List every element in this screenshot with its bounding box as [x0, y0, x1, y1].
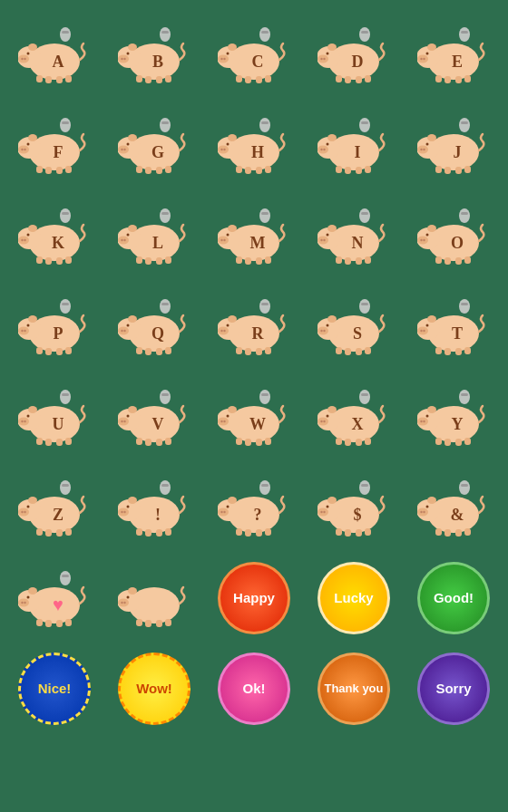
pig-letter-_[interactable]: &	[404, 462, 503, 553]
svg-point-6	[21, 57, 23, 59]
svg-rect-359	[36, 528, 43, 536]
svg-rect-180	[265, 256, 271, 264]
pig-letter-L[interactable]: L	[104, 190, 204, 281]
badge-wow[interactable]: Wow!	[104, 643, 204, 734]
pig-letter-N[interactable]: N	[304, 190, 404, 281]
pig-letter-H[interactable]: H	[204, 100, 304, 190]
pig-letter-Q[interactable]: Q	[104, 281, 204, 372]
svg-point-56	[459, 27, 470, 42]
pig-letter-C[interactable]: C	[204, 9, 304, 100]
pig-letter-T[interactable]: T	[404, 281, 503, 372]
svg-rect-317	[236, 438, 242, 445]
badge-happy[interactable]: Happy	[204, 553, 304, 643]
pig-letter-Y[interactable]: Y	[404, 372, 503, 462]
svg-text:N: N	[352, 234, 364, 252]
svg-point-48	[320, 57, 322, 59]
pig-heart[interactable]: ♥	[5, 553, 104, 643]
svg-rect-10	[45, 76, 52, 83]
svg-rect-80	[45, 167, 52, 174]
svg-rect-281	[62, 393, 69, 396]
svg-point-252	[359, 299, 370, 314]
pig-letter-O[interactable]: O	[404, 190, 503, 281]
svg-point-383	[218, 508, 229, 516]
badge-ok[interactable]: Ok!	[204, 643, 304, 734]
svg-rect-113	[361, 121, 368, 124]
pig-letter-S[interactable]: S	[304, 281, 404, 372]
svg-point-437	[118, 598, 129, 606]
svg-point-256	[327, 315, 337, 323]
svg-rect-333	[356, 439, 362, 446]
pig-letter-R[interactable]: R	[204, 281, 304, 372]
svg-rect-85	[161, 121, 169, 124]
svg-point-98	[259, 118, 270, 132]
svg-rect-95	[156, 167, 162, 174]
svg-rect-1	[62, 31, 69, 34]
pig-letter-U[interactable]: U	[5, 372, 104, 462]
badge-thank[interactable]: Thank you	[304, 643, 404, 734]
svg-point-336	[459, 390, 470, 404]
pig-letter-D[interactable]: D	[304, 9, 404, 100]
svg-rect-194	[365, 256, 371, 264]
svg-point-104	[220, 148, 222, 150]
svg-rect-320	[265, 438, 271, 445]
svg-point-62	[420, 57, 422, 59]
svg-point-382	[228, 497, 237, 504]
svg-text:H: H	[251, 143, 264, 161]
svg-text:P: P	[54, 324, 64, 343]
pig-letter-_[interactable]: $	[304, 462, 404, 553]
svg-text:E: E	[452, 53, 463, 71]
pig-letter-J[interactable]: J	[404, 100, 503, 190]
svg-rect-135	[435, 166, 442, 173]
svg-point-214	[28, 315, 37, 323]
svg-rect-249	[256, 348, 262, 355]
pig-letter-_[interactable]: ?	[204, 462, 304, 553]
pig-letter-F[interactable]: F	[5, 100, 104, 190]
svg-point-18	[128, 44, 137, 51]
pig-letter-M[interactable]: M	[204, 190, 304, 281]
badge-good[interactable]: Good!	[404, 553, 503, 643]
svg-point-243	[218, 326, 229, 334]
pig-letter-I[interactable]: I	[304, 100, 404, 190]
pig-letter-K[interactable]: K	[5, 190, 104, 281]
svg-point-119	[323, 148, 325, 150]
pig-letter-G[interactable]: G	[104, 100, 204, 190]
pig-letter-X[interactable]: X	[304, 372, 404, 462]
badge-nice[interactable]: Nice!	[5, 643, 104, 734]
svg-rect-152	[65, 256, 72, 264]
svg-point-286	[21, 420, 23, 421]
pig-letter-_[interactable]: !	[104, 462, 204, 553]
svg-point-116	[327, 134, 337, 141]
svg-rect-276	[444, 348, 451, 355]
badge-lucky[interactable]: Lucky	[304, 553, 404, 643]
pig-letter-Z[interactable]: Z	[5, 462, 104, 553]
svg-point-287	[24, 420, 25, 421]
pig-letter-V[interactable]: V	[104, 372, 204, 462]
pig-letter-W[interactable]: W	[204, 372, 304, 462]
svg-rect-93	[136, 166, 142, 173]
svg-point-314	[220, 420, 222, 421]
svg-point-112	[359, 118, 370, 132]
svg-point-88	[128, 134, 137, 141]
svg-rect-29	[261, 31, 269, 34]
pig-plain[interactable]	[104, 553, 204, 643]
pig-letter-E[interactable]: E	[404, 9, 503, 100]
svg-point-316	[227, 414, 230, 417]
svg-point-33	[218, 54, 229, 63]
svg-rect-193	[356, 257, 362, 265]
pig-letter-A[interactable]: A	[5, 9, 104, 100]
pig-letter-B[interactable]: B	[104, 9, 204, 100]
svg-rect-11	[56, 76, 63, 83]
svg-point-413	[423, 510, 425, 512]
svg-point-14	[160, 27, 171, 42]
badge-sorry[interactable]: Sorry	[404, 643, 503, 734]
svg-point-147	[24, 238, 25, 240]
svg-rect-183	[361, 212, 368, 215]
svg-point-329	[323, 420, 325, 421]
pig-letter-P[interactable]: P	[5, 281, 104, 372]
svg-point-146	[21, 238, 23, 240]
svg-rect-247	[236, 347, 242, 354]
svg-rect-127	[461, 121, 468, 124]
svg-point-176	[227, 233, 230, 236]
svg-rect-43	[361, 31, 368, 34]
svg-rect-418	[464, 528, 471, 536]
